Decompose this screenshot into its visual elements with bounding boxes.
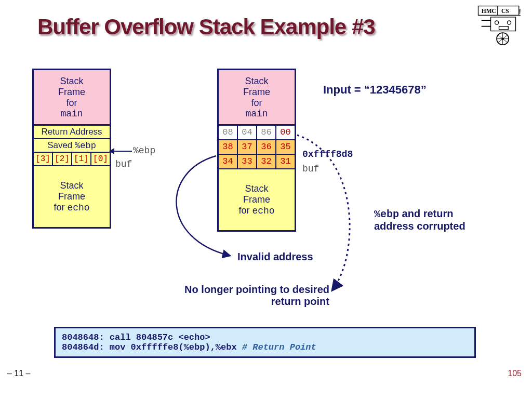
byte-cell: 00 <box>276 126 295 139</box>
buf-cell: [1] <box>72 153 91 165</box>
svg-rect-5 <box>491 17 516 31</box>
byte-row-return: 08 04 86 00 <box>217 126 296 140</box>
buf-label: buf <box>115 159 132 169</box>
text: Frame <box>243 194 270 205</box>
buf-cell: [0] <box>91 153 110 165</box>
byte-cell: 04 <box>238 126 257 139</box>
code-box: 8048648: call 804857c <echo> 804864d: mo… <box>54 327 476 358</box>
buf-cell: [2] <box>53 153 72 165</box>
frame-main: Stack Frame for main <box>217 69 296 126</box>
text: Stack <box>245 76 268 87</box>
saved-ebp-row: Saved %ebp <box>32 139 111 153</box>
text: for echo <box>238 205 274 216</box>
byte-cell: 38 <box>219 140 238 154</box>
text: Frame <box>58 87 85 98</box>
invalid-arrow-icon <box>171 156 239 260</box>
ebp-arrow-icon <box>113 151 132 152</box>
nolonger-arrow-icon <box>297 135 370 296</box>
page-number: 105 <box>508 369 522 378</box>
text: for echo <box>54 202 89 213</box>
buf-cell: [3] <box>34 153 53 165</box>
byte-cell: 35 <box>276 140 295 154</box>
hmc-cs-logo: HMC CS ! <box>474 4 524 46</box>
input-label: Input = “12345678” <box>323 83 427 97</box>
byte-row-saved: 38 37 36 35 <box>217 140 296 155</box>
byte-cell: 37 <box>238 140 257 154</box>
text: Stack <box>60 76 83 87</box>
ebp-label: %ebp <box>133 145 155 156</box>
byte-cell: 08 <box>219 126 238 139</box>
svg-text:CS: CS <box>501 8 509 14</box>
text: for main <box>60 98 83 119</box>
text: Stack <box>245 183 268 194</box>
text: Frame <box>58 191 85 202</box>
code-line: 8048648: call 804857c <echo> <box>62 332 468 342</box>
stack-frame-left: Stack Frame for main Return Address Save… <box>32 69 111 229</box>
byte-cell: 32 <box>257 155 276 168</box>
slide-title: Buffer Overflow Stack Example #3 <box>37 15 375 39</box>
nolonger-label: No longer pointing to desired return poi… <box>179 284 329 308</box>
text: for main <box>245 98 268 119</box>
byte-cell: 31 <box>276 155 295 168</box>
byte-cell: 33 <box>238 155 257 168</box>
code-line: 804864d: mov 0xfffffe8(%ebp),%ebx # Retu… <box>62 342 468 352</box>
page-ref: – 11 – <box>7 369 30 378</box>
svg-text:!: ! <box>518 8 522 18</box>
return-address-row: Return Address <box>32 126 111 139</box>
frame-echo: Stack Frame for echo <box>32 166 111 229</box>
text: Frame <box>243 87 270 98</box>
byte-cell: 86 <box>257 126 276 139</box>
corrupted-label: %ebp and return address corrupted <box>374 208 488 232</box>
text: Stack <box>60 180 83 191</box>
frame-main: Stack Frame for main <box>32 69 111 126</box>
buf-row: [3] [2] [1] [0] <box>32 153 111 166</box>
byte-cell: 36 <box>257 140 276 154</box>
svg-text:HMC: HMC <box>482 8 496 14</box>
